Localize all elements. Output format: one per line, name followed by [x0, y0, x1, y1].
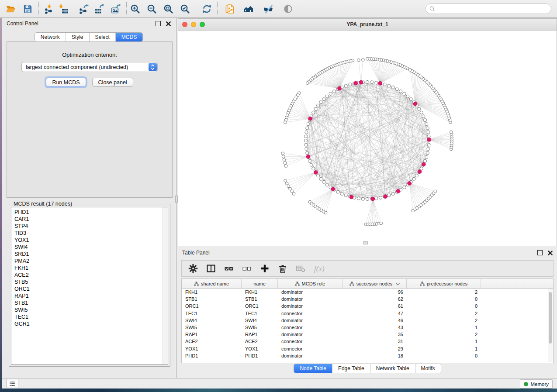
result-list-item[interactable]: YOX1	[14, 237, 168, 244]
mcds-hub-node[interactable]	[408, 182, 412, 186]
table-row[interactable]: PHD1PHD1dominator180	[182, 352, 553, 359]
mcds-hub-node[interactable]	[413, 102, 417, 106]
mcds-hub-node[interactable]	[331, 187, 335, 191]
tab-node-table[interactable]: Node Table	[294, 364, 332, 373]
result-list-item[interactable]: SRD1	[14, 251, 168, 258]
table-row[interactable]: RAP1RAP1dominator352	[182, 331, 553, 338]
network-node[interactable]	[325, 183, 329, 186]
mcds-hub-node[interactable]	[314, 171, 318, 175]
network-node[interactable]	[387, 194, 391, 197]
network-node[interactable]	[427, 143, 430, 146]
network-node[interactable]	[349, 83, 352, 86]
network-node[interactable]	[427, 131, 430, 134]
mcds-result-list[interactable]: PHD1CAR1STP4TID3YOX1SWI4SRD1PMA2FKH1ACE2…	[11, 207, 168, 364]
network-node[interactable]	[425, 155, 428, 158]
result-list-item[interactable]: PHD1	[14, 209, 168, 216]
network-node[interactable]	[426, 151, 429, 155]
network-node[interactable]	[403, 186, 406, 189]
network-node[interactable]	[304, 135, 308, 138]
network-leaf-node[interactable]	[357, 58, 360, 62]
network-node[interactable]	[383, 83, 386, 86]
result-list-item[interactable]: TID3	[14, 230, 168, 237]
mcds-hub-node[interactable]	[378, 82, 382, 86]
tab-motifs[interactable]: Motifs	[415, 364, 441, 373]
network-node[interactable]	[425, 123, 428, 126]
network-leaf-node[interactable]	[283, 158, 286, 162]
mcds-hub-node[interactable]	[338, 86, 342, 90]
network-node[interactable]	[395, 88, 398, 91]
network-node[interactable]	[340, 192, 343, 195]
import-table-button[interactable]	[57, 3, 69, 15]
add-button[interactable]	[259, 263, 270, 274]
mcds-hub-node[interactable]	[427, 138, 431, 141]
close-panel-icon[interactable]	[548, 251, 553, 255]
memory-button[interactable]: Memory	[520, 379, 553, 389]
network-leaf-node[interactable]	[285, 182, 288, 185]
network-node[interactable]	[325, 95, 329, 98]
search-input[interactable]	[426, 3, 551, 14]
network-node[interactable]	[412, 177, 415, 180]
network-node[interactable]	[332, 90, 336, 93]
network-node[interactable]	[375, 81, 378, 84]
mcds-hub-node[interactable]	[418, 170, 422, 174]
float-panel-icon[interactable]	[156, 21, 161, 26]
network-node[interactable]	[406, 95, 409, 98]
table-settings-button[interactable]	[188, 263, 198, 274]
network-leaf-node[interactable]	[284, 162, 287, 165]
table-row[interactable]: ACE2ACE2connector311	[182, 338, 553, 345]
export-network-button[interactable]	[77, 3, 90, 15]
column-header-predecessor-nodes[interactable]: predecessor nodes	[407, 279, 481, 288]
result-list-item[interactable]: PMA2	[14, 258, 168, 265]
column-header-name[interactable]: name	[242, 279, 278, 288]
network-node[interactable]	[379, 196, 382, 199]
network-node[interactable]	[422, 115, 425, 118]
network-leaf-node[interactable]	[366, 57, 369, 60]
mcds-hub-node[interactable]	[308, 117, 312, 121]
network-node[interactable]	[307, 123, 310, 126]
float-panel-icon[interactable]	[537, 250, 543, 255]
table-row[interactable]: ORC1ORC1dominator610	[182, 303, 553, 309]
result-list-item[interactable]: SWI4	[14, 244, 168, 251]
network-node[interactable]	[306, 127, 309, 130]
zoom-in-button[interactable]	[129, 3, 141, 15]
network-node[interactable]	[415, 174, 418, 177]
result-list-item[interactable]: TEC1	[14, 313, 168, 320]
network-leaf-node[interactable]	[306, 82, 309, 85]
network-node[interactable]	[329, 92, 332, 95]
save-session-button[interactable]	[21, 3, 34, 15]
mcds-hub-node[interactable]	[371, 197, 375, 201]
tab-style[interactable]: Style	[66, 33, 89, 41]
select-all-button[interactable]	[224, 263, 234, 274]
network-leaf-node[interactable]	[284, 165, 287, 168]
delete-button[interactable]	[277, 263, 288, 274]
tab-mcds[interactable]: MCDS	[115, 33, 142, 41]
network-node[interactable]	[305, 131, 308, 134]
run-mcds-button[interactable]: Run MCDS	[46, 78, 86, 87]
network-node[interactable]	[312, 167, 315, 170]
close-panel-icon[interactable]	[166, 21, 171, 26]
tab-network[interactable]: Network	[35, 33, 66, 41]
network-node[interactable]	[418, 107, 421, 110]
result-list-item[interactable]: RAP1	[14, 292, 168, 299]
table-row[interactable]: STB1STB1dominator620	[182, 296, 553, 303]
zoom-fit-button[interactable]	[162, 3, 174, 15]
network-node[interactable]	[314, 107, 317, 110]
tab-network-table[interactable]: Network Table	[370, 364, 415, 373]
table-scrollbar[interactable]	[548, 289, 553, 362]
network-document-button[interactable]	[224, 3, 236, 15]
network-node[interactable]	[424, 159, 427, 162]
tab-select[interactable]: Select	[89, 33, 115, 41]
network-node[interactable]	[312, 111, 315, 114]
graphics-details-button[interactable]	[262, 3, 274, 15]
result-list-item[interactable]: ORC1	[14, 285, 168, 292]
network-leaf-node[interactable]	[292, 193, 295, 196]
result-list-item[interactable]: ACE2	[14, 272, 168, 279]
mcds-hub-node[interactable]	[384, 195, 387, 199]
network-node[interactable]	[427, 148, 430, 151]
result-list-scrollbar[interactable]	[163, 207, 168, 364]
table-row[interactable]: SWI5SWI5connector431	[182, 324, 553, 331]
network-node[interactable]	[399, 90, 402, 93]
deselect-all-button[interactable]	[242, 263, 252, 274]
network-leaf-node[interactable]	[281, 152, 284, 155]
network-node[interactable]	[344, 194, 347, 197]
